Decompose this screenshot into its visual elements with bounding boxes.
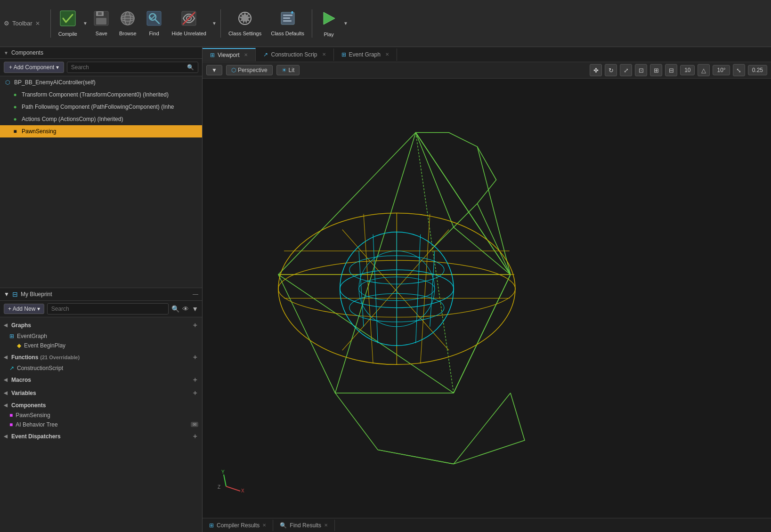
component-item-bp-bb[interactable]: ⬡ BP_BB_EnemyAIController(self) bbox=[0, 76, 202, 89]
bottom-tabs-bar: ⊞ Compiler Results ✕ 🔍 Find Results ✕ bbox=[203, 518, 771, 532]
perspective-label: Perspective bbox=[238, 67, 268, 73]
components-section-header: ▼ Components bbox=[0, 47, 202, 59]
component-item-pawn-sensing[interactable]: ■ PawnSensing bbox=[0, 125, 202, 137]
tree-section-variables: ◀ Variables ＋ bbox=[0, 387, 202, 399]
viewport-tabs-bar: ⊞ Viewport ✕ ↗ Construction Scrip ✕ ⊞ Ev… bbox=[203, 47, 771, 62]
component-search-input[interactable] bbox=[71, 64, 185, 71]
compile-button[interactable]: Compile bbox=[54, 8, 82, 39]
toolbar-gear-icon: ⚙ bbox=[4, 20, 9, 27]
component-item-actions-comp[interactable]: ● Actions Comp (ActionsComp) (Inherited) bbox=[0, 113, 202, 125]
hide-unrelated-icon bbox=[181, 10, 197, 29]
vp-rotate-icon[interactable]: ↻ bbox=[605, 64, 617, 76]
my-blueprint-title: My Blueprint bbox=[21, 291, 52, 298]
component-item-path-following[interactable]: ● Path Following Component (PathFollowin… bbox=[0, 101, 202, 113]
find-button[interactable]: Find bbox=[141, 8, 167, 38]
component-label-pawn-sensing: PawnSensing bbox=[22, 128, 56, 135]
find-results-close[interactable]: ✕ bbox=[324, 523, 328, 528]
tree-item-pawn-sensing[interactable]: ■ PawnSensing bbox=[0, 411, 202, 420]
hide-unrelated-button[interactable]: Hide Unrelated bbox=[167, 8, 211, 38]
vp-grid-2-icon[interactable]: ⊟ bbox=[665, 64, 677, 76]
viewport-tab-label: Viewport bbox=[218, 52, 239, 58]
graphs-section-header[interactable]: ◀ Graphs ＋ bbox=[0, 319, 202, 331]
graphs-caret: ◀ bbox=[4, 322, 8, 328]
functions-add-icon[interactable]: ＋ bbox=[192, 353, 198, 362]
svg-line-56 bbox=[224, 475, 226, 486]
tree-item-construction-script[interactable]: ↗ ConstructionScript bbox=[0, 363, 202, 373]
graphs-add-icon[interactable]: ＋ bbox=[192, 321, 198, 330]
viewport-3d[interactable]: X Y Z bbox=[203, 79, 771, 518]
vp-angle-icon[interactable]: △ bbox=[698, 64, 710, 76]
compiler-results-close[interactable]: ✕ bbox=[262, 523, 266, 528]
functions-section-header[interactable]: ◀ Functions (21 Overridable) ＋ bbox=[0, 351, 202, 363]
viewport-right-controls: ✤ ↻ ⤢ ⊡ ⊞ ⊟ 10 △ 10° ⤡ 0.25 bbox=[590, 64, 767, 76]
blueprint-eye-icon[interactable]: 👁 bbox=[182, 305, 189, 313]
save-button[interactable]: Save bbox=[89, 8, 114, 38]
tree-section-functions: ◀ Functions (21 Overridable) ＋ ↗ Constru… bbox=[0, 351, 202, 373]
toolbar-close-icon[interactable]: ✕ bbox=[35, 20, 40, 27]
tab-find-results[interactable]: 🔍 Find Results ✕ bbox=[273, 520, 335, 531]
browse-button[interactable]: Browse bbox=[114, 8, 141, 38]
play-split-arrow[interactable]: ▼ bbox=[342, 20, 349, 27]
macros-add-icon[interactable]: ＋ bbox=[192, 376, 198, 384]
toolbar: ⚙ Toolbar ✕ Compile ▼ Save bbox=[0, 0, 771, 47]
compiler-results-label: Compiler Results bbox=[217, 522, 260, 529]
components-tree-label: Components bbox=[11, 402, 46, 409]
variables-section-header[interactable]: ◀ Variables ＋ bbox=[0, 387, 202, 399]
hide-unrelated-split[interactable]: ▼ bbox=[211, 20, 218, 27]
svg-text:X: X bbox=[241, 488, 244, 493]
component-search-box[interactable]: 🔍 bbox=[67, 62, 198, 73]
lit-button[interactable]: ☀ Lit bbox=[276, 65, 300, 75]
construction-script-tab-close[interactable]: ✕ bbox=[322, 52, 326, 57]
vp-grid-icon[interactable]: ⊞ bbox=[650, 64, 662, 76]
tree-item-ai-behavior-tree[interactable]: ■ AI Behavior Tree ✉ bbox=[0, 420, 202, 429]
blueprint-search-input[interactable] bbox=[51, 306, 164, 312]
add-component-button[interactable]: + Add Component ▾ bbox=[4, 62, 64, 73]
vp-scale-icon-2[interactable]: ⤡ bbox=[733, 64, 745, 76]
my-blueprint-controls: + Add New ▾ 🔍 👁 ▼ bbox=[0, 301, 202, 317]
play-button[interactable]: Play bbox=[315, 8, 342, 39]
class-settings-icon bbox=[237, 10, 253, 29]
variables-add-icon[interactable]: ＋ bbox=[192, 389, 198, 397]
component-search-icon: 🔍 bbox=[187, 64, 194, 71]
tree-section-graphs: ◀ Graphs ＋ ⊞ EventGraph ◆ Event BeginPla… bbox=[0, 319, 202, 350]
add-new-button[interactable]: + Add New ▾ bbox=[4, 304, 44, 314]
svg-marker-21 bbox=[324, 12, 335, 24]
mybp-caret-icon: ▼ bbox=[4, 291, 9, 298]
tree-item-event-begin-play[interactable]: ◆ Event BeginPlay bbox=[0, 341, 202, 350]
perspective-icon: ⬡ bbox=[231, 67, 236, 73]
event-graph-tab-close[interactable]: ✕ bbox=[385, 52, 389, 57]
viewport-tab-close[interactable]: ✕ bbox=[244, 52, 248, 57]
component-label-bp-bb: BP_BB_EnemyAIController(self) bbox=[14, 79, 96, 86]
mybp-collapse-icon[interactable]: — bbox=[193, 291, 198, 298]
macros-label: Macros bbox=[11, 377, 31, 383]
component-label-transform: Transform Component (TransformComponent0… bbox=[22, 91, 169, 98]
tab-event-graph[interactable]: ⊞ Event Graph ✕ bbox=[334, 48, 397, 61]
viewport-dropdown-button[interactable]: ▼ bbox=[206, 65, 222, 75]
lit-label: Lit bbox=[289, 67, 295, 73]
vp-snap-icon[interactable]: ⊡ bbox=[635, 64, 647, 76]
class-defaults-button[interactable]: Class Defaults bbox=[266, 8, 309, 38]
event-dispatchers-add-icon[interactable]: ＋ bbox=[192, 432, 198, 441]
event-dispatchers-caret: ◀ bbox=[4, 434, 8, 439]
perspective-button[interactable]: ⬡ Perspective bbox=[226, 65, 273, 75]
vp-transform-icon[interactable]: ✤ bbox=[590, 64, 602, 76]
construction-script-tab-label: Construction Scrip bbox=[271, 51, 317, 58]
tab-viewport[interactable]: ⊞ Viewport ✕ bbox=[203, 48, 256, 61]
compile-split-arrow[interactable]: ▼ bbox=[82, 20, 89, 27]
construction-script-tab-icon: ↗ bbox=[263, 51, 268, 58]
blueprint-filter-icon[interactable]: ▼ bbox=[192, 305, 198, 313]
class-settings-button[interactable]: Class Settings bbox=[224, 8, 266, 38]
vp-scale-icon[interactable]: ⤢ bbox=[620, 64, 632, 76]
components-tree-section-header[interactable]: ◀ Components bbox=[0, 400, 202, 411]
grid-size-value: 10 bbox=[680, 65, 695, 75]
right-area: ⊞ Viewport ✕ ↗ Construction Scrip ✕ ⊞ Ev… bbox=[203, 47, 771, 532]
blueprint-search-icon[interactable]: 🔍 bbox=[171, 305, 179, 313]
tree-item-event-graph[interactable]: ⊞ EventGraph bbox=[0, 331, 202, 341]
tab-construction-script[interactable]: ↗ Construction Scrip ✕ bbox=[256, 48, 333, 61]
macros-section-header[interactable]: ◀ Macros ＋ bbox=[0, 374, 202, 386]
event-dispatchers-section-header[interactable]: ◀ Event Dispatchers ＋ bbox=[0, 430, 202, 443]
blueprint-search-box[interactable] bbox=[47, 303, 169, 314]
event-graph-icon: ⊞ bbox=[9, 333, 14, 339]
component-item-transform[interactable]: ● Transform Component (TransformComponen… bbox=[0, 89, 202, 101]
tab-compiler-results[interactable]: ⊞ Compiler Results ✕ bbox=[203, 520, 273, 531]
